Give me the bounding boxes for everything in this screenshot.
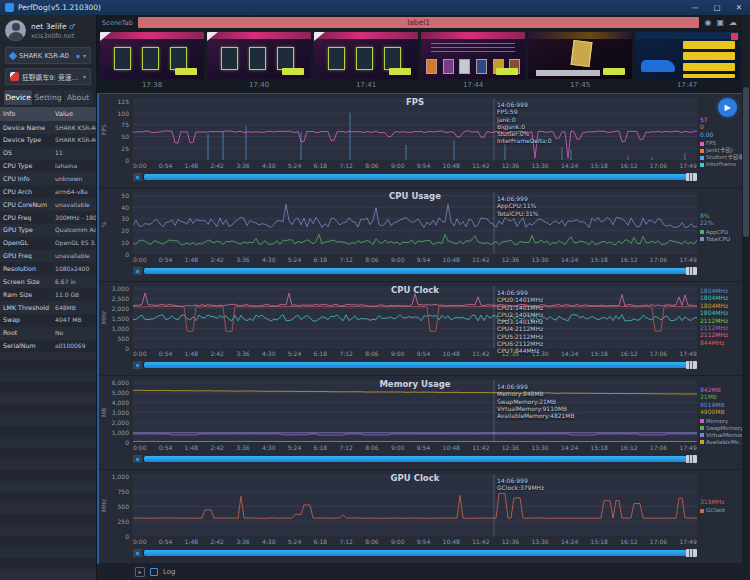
scrollbar-thumb[interactable] [743,87,749,237]
x-tick-label: 9:54 [417,162,430,169]
corner-flag [100,32,111,41]
thumbnail-5[interactable]: 17:45 [528,32,632,93]
info-label: OS [0,147,52,160]
x-tick-label: 0:54 [159,162,172,169]
legend-item: SwapMemory [700,425,742,432]
thumbnail-image[interactable] [528,32,632,79]
thumbnail-2[interactable]: 17:40 [207,32,311,93]
x-tick-label: 7:12 [339,538,352,545]
scrollbar-left-box[interactable] [133,455,142,463]
corner-flag [314,32,325,41]
x-tick-label: 5:24 [288,538,301,545]
plot-cpu-usage[interactable] [133,192,697,254]
table-row: Swap4047 MB [0,314,96,327]
y-tick-label: 1,000 [101,429,129,436]
x-tick-label: 1:48 [185,538,198,545]
scrollbar-track[interactable] [144,362,697,368]
scrollbar-track[interactable] [144,268,697,274]
y-tick-label: 1,500 [101,315,129,322]
scrollbar-handle[interactable] [686,455,697,463]
chart-title: FPS [133,97,697,107]
plot-cpu-clock[interactable] [133,286,697,348]
app-select[interactable]: 狂野飙车9: 竞速传奇 ▾ [5,68,91,85]
h-scrollbar[interactable] [133,173,697,181]
scene-label-bar[interactable]: label1 [138,17,700,28]
maximize-button[interactable]: ▢ [706,0,728,15]
play-button[interactable]: ▶ [718,98,737,117]
minimize-button[interactable]: — [684,0,706,15]
h-scrollbar[interactable] [133,455,697,463]
x-tick-label: 2:42 [210,350,223,357]
legend-item: VirtualMemory [700,432,742,439]
chevron-down-icon: ▾ [83,52,86,59]
thumbnail-image[interactable] [635,32,739,79]
x-tick-label: 14:24 [561,444,578,451]
game-app-icon [10,72,19,81]
scrollbar-left-box[interactable] [133,173,142,181]
scrollbar-track[interactable] [144,456,697,462]
table-row: OS11 [0,147,96,160]
scrollbar-left-box[interactable] [133,361,142,369]
main-area: SceneTab label1 ◉ ▣ ☁ 17:3817:4017:4117:… [97,15,742,580]
scrollbar-left-box[interactable] [133,549,142,557]
x-tick-label: 3:36 [236,444,249,451]
info-value: 648MB [52,301,96,314]
cloud-icon[interactable]: ☁ [729,18,737,27]
x-tick-label: 13:30 [531,256,548,263]
scrollbar-handle[interactable] [686,267,697,275]
thumbnail-image[interactable] [207,32,311,79]
plot-fps[interactable] [133,98,697,160]
x-tick-label: 17:49 [679,162,696,169]
scrollbar-track[interactable] [144,550,697,556]
x-tick-label: 4:30 [262,350,275,357]
close-button[interactable]: ✕ [728,0,750,15]
tab-about[interactable]: About [64,90,92,105]
thumbnail-3[interactable]: 17:41 [314,32,418,93]
x-tick-label: 16:12 [620,538,637,545]
vertical-scrollbar[interactable] [742,15,750,580]
h-scrollbar[interactable] [133,549,697,557]
scrollbar-left-box[interactable] [133,267,142,275]
game-button [496,68,518,75]
scrollbar-handle[interactable] [686,361,697,369]
scrollbar-handle[interactable] [686,549,697,557]
device-select[interactable]: SHARK KSR-A0 ▪ ▾ [5,47,91,64]
thumbnail-6[interactable]: 17:47 [635,32,739,93]
legend-label: AppCPU [706,229,728,236]
y-tick-label: 2,000 [101,305,129,312]
table-row: CPU CoreNumunavailable [0,198,96,211]
scrollbar-track[interactable] [144,174,697,180]
x-tick-label: 5:24 [288,162,301,169]
game-card [221,47,238,70]
plot-gpu-clock[interactable] [133,474,697,536]
y-tick-label: 1,000 [101,473,129,480]
x-tick-label: 14:24 [561,350,578,357]
x-tick-label: 10:48 [443,444,460,451]
plot-memory-usage[interactable] [133,380,697,442]
thumbnail-1[interactable]: 17:38 [100,32,204,93]
game-card [142,47,159,70]
scene-tab-label[interactable]: SceneTab [102,19,133,27]
thumbnails-row: 17:3817:4017:4117:4417:4517:47 [97,30,742,93]
h-scrollbar[interactable] [133,267,697,275]
thumbnail-4[interactable]: 17:44 [421,32,525,93]
titlebar[interactable]: PerfDog(v5.1.210300) — ▢ ✕ [0,0,750,15]
record-icon[interactable]: ◉ [704,18,711,27]
tab-setting[interactable]: Setting [34,90,62,105]
thumbnail-image[interactable] [100,32,204,79]
tab-device[interactable]: Device [4,90,32,105]
info-value: 11.0 GB [52,288,96,301]
x-tick-label: 13:30 [531,444,548,451]
h-scrollbar[interactable] [133,361,697,369]
x-tick-label: 0:00 [133,162,146,169]
archive-icon[interactable]: ▣ [716,18,724,27]
x-tick-label: 8:06 [365,444,378,451]
thumbnail-image[interactable] [421,32,525,79]
screenshot-button[interactable]: ▸ [135,567,145,577]
info-value: unavailable [52,198,96,211]
thumbnail-image[interactable] [314,32,418,79]
legend-item: AvailableMe.. [700,439,742,446]
scrollbar-handle[interactable] [686,173,697,181]
log-checkbox[interactable] [150,568,158,576]
legend-label: GClock [706,507,725,514]
